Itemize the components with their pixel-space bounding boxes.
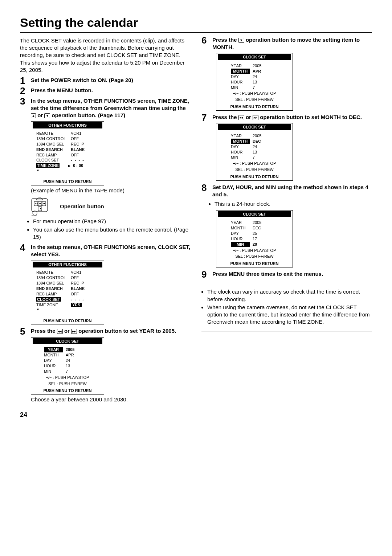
list-item: The clock can vary in accuracy so check … — [207, 288, 372, 303]
svg-text:▼: ▼ — [39, 207, 42, 210]
step-3: 3 In the setup menus, OTHER FUNCTIONS sc… — [20, 97, 191, 119]
text-fragment: Press the — [31, 328, 57, 334]
menu-val: BLANK — [71, 147, 85, 152]
field-key: HOUR — [231, 79, 253, 85]
field-val: 20 — [253, 242, 267, 247]
menu-val: OFF — [71, 152, 79, 158]
menu-title: OTHER FUNCTIONS — [33, 122, 102, 128]
menu-key: 1394 CMD SEL — [36, 281, 71, 286]
field-key: HOUR — [231, 236, 253, 242]
step-text: Set DAY, HOUR, and MIN using the method … — [212, 184, 368, 197]
text-fragment: or — [37, 112, 44, 118]
hint-text: +/− : PUSH PLAY/STOP — [218, 91, 291, 96]
menu-key: END SEARCH — [36, 147, 71, 152]
step-number: 4 — [20, 241, 25, 254]
ff-icon: ▸▸ — [253, 115, 258, 120]
menu-footer: PUSH MENU TO RETURN — [31, 317, 104, 324]
text-fragment: or — [246, 114, 253, 120]
field-val: 7 — [66, 369, 80, 374]
step-2: 2 Press the MENU button. — [20, 87, 191, 94]
step-number: 6 — [201, 34, 207, 47]
menu-footer: PUSH MENU TO RETURN — [31, 387, 104, 394]
menu-footer: PUSH MENU TO RETURN — [216, 103, 293, 110]
clock-set-menu-year: CLOCK SET YEAR2005 MONTHAPR DAY24 HOUR13… — [31, 337, 104, 395]
hint-text: SEL : PUSH FF/REW — [218, 167, 291, 172]
rew-icon: ◂◂ — [57, 329, 63, 334]
page-number: 24 — [20, 410, 372, 419]
field-val: 2005 — [253, 63, 267, 69]
field-val: DEC — [253, 225, 267, 231]
hint-text: SEL : PUSH FF/REW — [218, 97, 291, 102]
field-val: 2005 — [253, 133, 267, 139]
step-4: 4 In the setup menus, OTHER FUNCTIONS sc… — [20, 244, 191, 258]
menu-val: OFF — [71, 275, 79, 281]
menu-key: 1394 CONTROL — [36, 275, 71, 281]
menu-key: END SEARCH — [36, 286, 71, 291]
field-val: 24 — [253, 144, 267, 150]
svg-text:MENU: MENU — [32, 214, 37, 216]
field-val: APR — [66, 352, 80, 358]
clock-set-menu-month-sel: CLOCK SET YEAR2005 MONTHAPR DAY24 HOUR13… — [216, 53, 293, 111]
operation-button-label: Operation button — [60, 203, 104, 210]
menu-key: 1394 CMD SEL — [36, 142, 71, 147]
field-val: 25 — [253, 231, 267, 236]
menu-val: - - - - — [71, 158, 85, 163]
hint-text: SEL : PUSH FF/REW — [33, 381, 102, 387]
field-val: 13 — [253, 150, 267, 155]
field-val: 13 — [66, 363, 80, 369]
text-fragment: Press the — [212, 37, 238, 43]
field-key: DAY — [231, 74, 253, 79]
divider — [201, 283, 372, 283]
other-functions-menu-1: OTHER FUNCTIONS REMOTEVCR1 1394 CONTROLO… — [31, 121, 104, 185]
step-8: 8 Set DAY, HOUR, and MIN using the metho… — [201, 184, 372, 199]
menu-title: CLOCK SET — [218, 54, 291, 60]
svg-text:▸▸: ▸▸ — [43, 202, 46, 205]
field-val: APR — [253, 69, 267, 74]
menu-val: REC_P — [71, 142, 84, 147]
field-val: 2005 — [66, 347, 80, 352]
step-5: 5 Press the ◂◂ or ▸▸ operation button to… — [20, 327, 191, 335]
step-number: 3 — [20, 95, 25, 108]
field-val: 13 — [253, 79, 267, 85]
step-text: Press MENU three times to exit the menus… — [212, 271, 323, 277]
step-text: In the setup menus, OTHER FUNCTIONS scre… — [31, 98, 189, 119]
divider — [201, 331, 372, 331]
step-number: 8 — [201, 181, 207, 194]
step-9: 9 Press MENU three times to exit the men… — [201, 270, 372, 278]
field-val: 17 — [253, 236, 267, 242]
field-key: YEAR — [231, 133, 253, 139]
menu-title: CLOCK SET — [33, 338, 102, 344]
text-fragment: operation button. (Page 117) — [52, 112, 126, 118]
field-val: 7 — [253, 155, 267, 160]
menu-key: TIME ZONE — [36, 302, 71, 308]
menu-val: BLANK — [71, 286, 85, 291]
menu-footer: PUSH MENU TO RETURN — [216, 260, 293, 267]
field-key: DAY — [231, 231, 253, 236]
field-key: DAY — [231, 144, 253, 150]
menu-key-highlight: TIME ZONE — [36, 163, 60, 168]
menu-key: 1394 CONTROL — [36, 136, 71, 142]
menu-val: VCR1 — [71, 270, 81, 275]
field-key: MIN — [231, 85, 253, 90]
list-item: When using the camera overseas, do not s… — [207, 304, 372, 326]
menu-val-highlight: YES — [71, 303, 82, 307]
field-key: MIN — [231, 155, 253, 160]
field-highlight: MIN — [231, 242, 250, 247]
text-fragment: In the setup menus, OTHER FUNCTIONS scre… — [31, 98, 189, 111]
operation-button-diagram: SET ◂◂ ▪▪ ▸▸ ▼ MENU Operation button — [31, 196, 191, 216]
menu-key: REMOTE — [36, 270, 71, 275]
other-functions-menu-2: OTHER FUNCTIONS REMOTEVCR1 1394 CONTROLO… — [31, 261, 104, 325]
step-text: In the setup menus, OTHER FUNCTIONS scre… — [31, 244, 190, 257]
list-item: For menu operation (Page 97) — [33, 218, 191, 225]
hint-text: +/− : PUSH PLAY/STOP — [218, 161, 291, 166]
field-key: HOUR — [231, 150, 253, 155]
step-3-notes: For menu operation (Page 97) You can als… — [28, 218, 191, 241]
text-fragment: operation button to set YEAR to 2005. — [78, 328, 176, 334]
menu-key-highlight: CLOCK SET — [36, 297, 61, 302]
field-key: MONTH — [44, 352, 66, 358]
clock-set-menu-month-dec: CLOCK SET YEAR2005 MONTHDEC DAY24 HOUR13… — [216, 123, 293, 181]
list-item: This is a 24-hour clock. — [215, 200, 372, 208]
field-key: HOUR — [44, 363, 66, 369]
rew-icon: ◂◂ — [238, 115, 244, 120]
menu-val: - - - - — [71, 297, 85, 302]
